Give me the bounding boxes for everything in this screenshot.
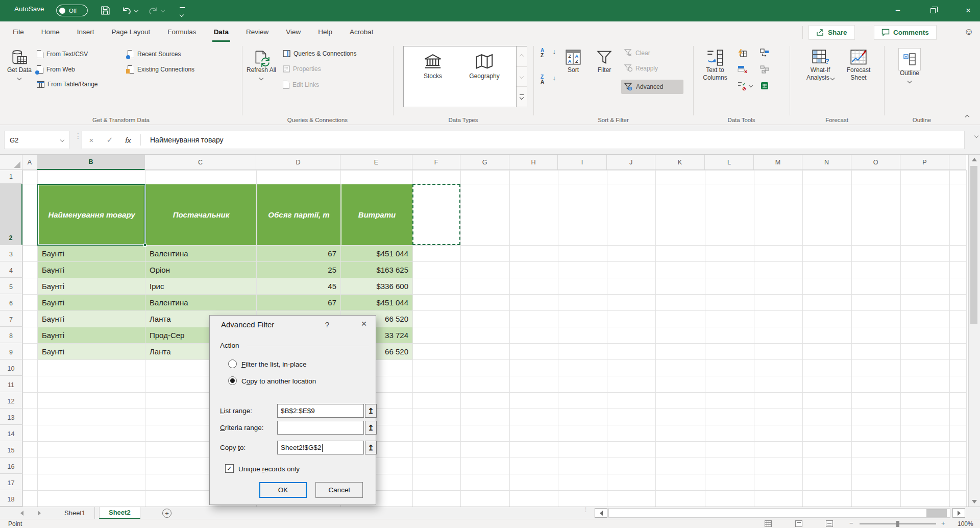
- tab-page-layout[interactable]: Page Layout: [103, 21, 159, 43]
- zoom-in-button[interactable]: +: [941, 519, 945, 527]
- row-header-9[interactable]: 9: [0, 343, 22, 359]
- row-header-3[interactable]: 3: [0, 245, 22, 261]
- copy-to-location-radio[interactable]: [228, 376, 237, 385]
- previous-sheet-icon[interactable]: [20, 511, 23, 516]
- column-header-P[interactable]: P: [900, 155, 949, 170]
- cell[interactable]: Ірис: [145, 278, 256, 294]
- column-header-K[interactable]: K: [655, 155, 705, 170]
- row-header-16[interactable]: 16: [0, 458, 22, 474]
- geography-button[interactable]: Geography: [463, 53, 506, 80]
- gallery-more-icon[interactable]: [517, 87, 527, 107]
- sheet-tab-sheet1[interactable]: Sheet1: [55, 507, 95, 519]
- remove-duplicates-button[interactable]: ×: [737, 64, 747, 75]
- cancel-entry-icon[interactable]: ×: [82, 136, 101, 145]
- new-sheet-button[interactable]: +: [162, 509, 172, 518]
- formula-input[interactable]: Найменування товару: [144, 136, 224, 144]
- cell[interactable]: 67: [257, 246, 340, 261]
- text-to-columns-button[interactable]: Text to Columns: [698, 46, 732, 82]
- name-box-dropdown-icon[interactable]: [60, 138, 64, 142]
- row-header-12[interactable]: 12: [0, 392, 22, 409]
- what-if-analysis-button[interactable]: ? What-If Analysis: [804, 46, 837, 82]
- queries-connections-button[interactable]: Queries & Connections: [283, 50, 356, 57]
- scroll-down-icon[interactable]: [972, 500, 977, 503]
- reapply-filter-button[interactable]: Reapply: [624, 64, 658, 72]
- cell[interactable]: 25: [257, 262, 340, 278]
- row-header-4[interactable]: 4: [0, 261, 22, 278]
- close-button[interactable]: ×: [957, 0, 980, 21]
- table-header-cell[interactable]: Обсяг партії, т: [257, 184, 340, 245]
- recent-sources-button[interactable]: Recent Sources: [128, 50, 181, 58]
- from-web-button[interactable]: From Web: [37, 65, 75, 74]
- cell[interactable]: Баунті: [38, 278, 145, 294]
- undo-dropdown-icon[interactable]: [134, 8, 138, 12]
- zoom-out-button[interactable]: −: [849, 519, 853, 527]
- zoom-level[interactable]: 100%: [958, 520, 973, 527]
- feedback-smiley-icon[interactable]: ☺: [964, 26, 974, 37]
- page-layout-view-button[interactable]: [795, 520, 802, 527]
- cell[interactable]: Баунті: [38, 327, 145, 343]
- column-header-L[interactable]: L: [705, 155, 754, 170]
- normal-view-button[interactable]: [765, 520, 772, 527]
- tab-bar-splitter[interactable]: ⋮: [583, 508, 589, 511]
- tab-insert[interactable]: Insert: [68, 21, 103, 43]
- stocks-button[interactable]: Stocks: [415, 53, 451, 80]
- unique-records-checkbox[interactable]: ✓: [225, 464, 234, 473]
- redo-dropdown-icon[interactable]: [161, 8, 165, 12]
- column-header-N[interactable]: N: [802, 155, 851, 170]
- next-sheet-icon[interactable]: [38, 511, 41, 516]
- share-button[interactable]: Share: [808, 25, 855, 40]
- existing-connections-button[interactable]: Existing Connections: [128, 65, 194, 74]
- cell[interactable]: $451 044: [341, 246, 412, 261]
- column-header-D[interactable]: D: [256, 155, 340, 170]
- data-validation-dropdown-icon[interactable]: [749, 83, 753, 87]
- sheet-tab-sheet2[interactable]: Sheet2: [99, 507, 140, 519]
- row-header-13[interactable]: 13: [0, 409, 22, 425]
- redo-button[interactable]: [148, 6, 158, 17]
- tab-review[interactable]: Review: [237, 21, 277, 43]
- row-header-17[interactable]: 17: [0, 474, 22, 490]
- copy-to-input[interactable]: Sheet2!$G$2: [277, 441, 364, 454]
- cell[interactable]: Баунті: [38, 344, 145, 359]
- relationships-button[interactable]: [760, 64, 770, 75]
- cancel-button[interactable]: Cancel: [315, 482, 363, 498]
- name-box[interactable]: G2: [4, 131, 69, 149]
- autosave-toggle[interactable]: Off: [56, 5, 88, 16]
- cell[interactable]: Баунті: [38, 295, 145, 310]
- refresh-all-button[interactable]: Refresh All: [246, 46, 277, 82]
- flash-fill-button[interactable]: [737, 48, 747, 58]
- row-header-8[interactable]: 8: [0, 327, 22, 343]
- tab-file[interactable]: File: [4, 21, 33, 43]
- restore-button[interactable]: [921, 0, 945, 21]
- gallery-scroll-up-icon[interactable]: [517, 46, 527, 67]
- clear-filter-button[interactable]: Clear: [624, 49, 650, 57]
- column-header-I[interactable]: I: [558, 155, 607, 170]
- row-header-6[interactable]: 6: [0, 294, 22, 310]
- column-header-F[interactable]: F: [412, 155, 460, 170]
- forecast-sheet-button[interactable]: Forecast Sheet: [842, 46, 875, 82]
- horizontal-scrollbar-thumb[interactable]: [926, 509, 947, 517]
- column-header-C[interactable]: C: [145, 155, 256, 170]
- column-header-M[interactable]: M: [754, 155, 802, 170]
- worksheet-grid[interactable]: ABCDEFGHIJKLMNOP123456789101112131415161…: [0, 155, 980, 507]
- column-header-partial[interactable]: [949, 155, 966, 170]
- ok-button[interactable]: OK: [259, 482, 307, 498]
- page-break-view-button[interactable]: [826, 520, 833, 527]
- insert-function-icon[interactable]: fx: [119, 136, 137, 145]
- row-header-2[interactable]: 2: [0, 184, 22, 245]
- tab-home[interactable]: Home: [33, 21, 68, 43]
- sort-button[interactable]: ZAAZ Sort: [560, 46, 586, 74]
- cell[interactable]: Валентина: [145, 295, 256, 310]
- horizontal-scrollbar[interactable]: [608, 508, 950, 518]
- cell[interactable]: $336 600: [341, 278, 412, 294]
- row-header-14[interactable]: 14: [0, 425, 22, 441]
- column-header-J[interactable]: J: [607, 155, 655, 170]
- column-header-O[interactable]: O: [851, 155, 900, 170]
- row-header-10[interactable]: 10: [0, 359, 22, 376]
- cell[interactable]: Оріон: [145, 262, 256, 278]
- table-header-cell[interactable]: Постачальник: [145, 184, 256, 245]
- properties-button[interactable]: Properties: [283, 65, 321, 73]
- data-validation-button[interactable]: ✓⊘: [737, 81, 747, 91]
- zoom-slider[interactable]: [860, 523, 936, 524]
- row-header-18[interactable]: 18: [0, 490, 22, 507]
- tab-data[interactable]: Data: [205, 21, 237, 43]
